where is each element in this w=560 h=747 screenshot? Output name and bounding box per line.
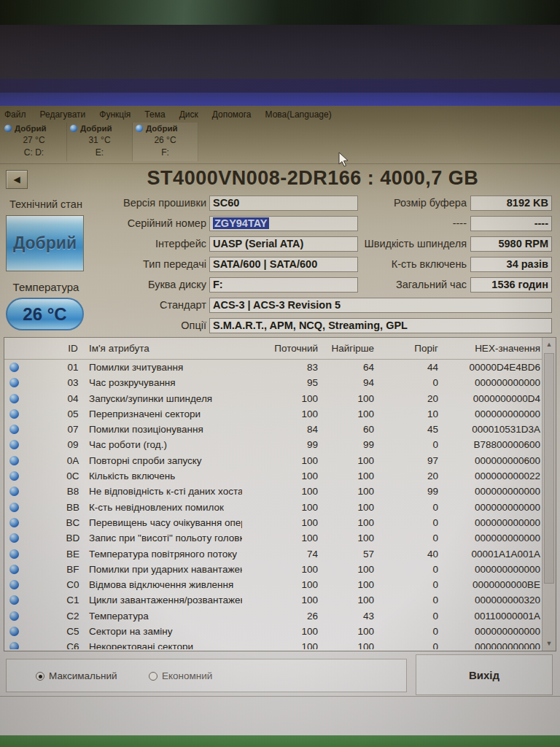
menu-item[interactable]: Мова(Language) (265, 108, 332, 121)
radio-max-performance[interactable] (36, 672, 44, 681)
info-value-box[interactable]: F: (209, 277, 358, 293)
col-header-hex[interactable]: HEX-значення (437, 343, 540, 354)
menu-item[interactable]: Тема (144, 108, 165, 121)
radio-economy-label[interactable]: Економний (162, 670, 212, 681)
col-header-worst[interactable]: Найгірше (301, 343, 374, 354)
cell-threshold: 44 (365, 362, 438, 373)
table-row[interactable]: BC Перевищень часу очікування операції 1… (4, 515, 542, 530)
radio-max-label[interactable]: Максимальний (49, 670, 117, 681)
cell-hex: 000000000000 (437, 486, 540, 497)
cell-id: C1 (60, 595, 86, 605)
menu-item[interactable]: Файл (4, 108, 26, 121)
cell-hex: 000010531D3A (437, 424, 540, 435)
cell-attribute-name: Запуски/зупинки шпинделя (89, 393, 212, 404)
cell-hex: 00001A1A001A (437, 549, 540, 560)
info-value-box[interactable]: ZGY94TAY (209, 216, 358, 231)
table-row[interactable]: BF Помилки при ударних навантаженнях 100… (4, 562, 542, 577)
cell-worst: 100 (301, 533, 374, 543)
info-value-box[interactable]: 1536 годин (470, 277, 552, 293)
table-scrollbar[interactable]: ▲ ▼ (542, 338, 556, 651)
cell-worst: 57 (301, 549, 374, 560)
info-value-box[interactable]: SATA/600 | SATA/600 (209, 257, 358, 272)
table-row[interactable]: C6 Некоректовані сектори 100 100 0 00000… (4, 639, 542, 649)
info-value: 34 разів (507, 258, 548, 270)
desktop-green-strip (0, 735, 560, 747)
table-row[interactable]: C5 Сектори на заміну 100 100 0 000000000… (4, 624, 542, 639)
table-row[interactable]: 0C Кількість включень 100 100 20 0000000… (4, 468, 542, 484)
cell-attribute-name: Не відповідність к-сті даних хоста та HD… (89, 486, 242, 497)
standard-value-box[interactable]: ACS-3 | ACS-3 Revision 5 (209, 298, 552, 313)
info-value-box[interactable]: UASP (Serial ATA) (209, 236, 358, 252)
health-status-dot-icon (70, 125, 77, 132)
cell-worst: 43 (301, 611, 374, 622)
menu-item[interactable]: Функція (99, 108, 131, 121)
table-row[interactable]: C2 Температура 26 43 0 00110000001A (4, 608, 542, 624)
table-row[interactable]: 04 Запуски/зупинки шпинделя 100 100 20 0… (4, 391, 542, 406)
menu-bar: Файл Редагувати Функція Тема Диск Допомо… (4, 108, 560, 121)
cell-threshold: 45 (365, 424, 438, 435)
features-value-box[interactable]: S.M.A.R.T., APM, NCQ, Streaming, GPL (209, 318, 552, 333)
attribute-ok-dot-icon (9, 440, 19, 449)
cell-id: 04 (60, 393, 86, 404)
menu-item[interactable]: Редагувати (40, 108, 86, 121)
col-header-attribute[interactable]: Ім'я атрибута (89, 343, 149, 354)
cell-hex: 0000000000BE (437, 579, 540, 590)
cell-attribute-name: Перевищень часу очікування операції (89, 517, 242, 528)
table-row[interactable]: BE Температура повітряного потоку 74 57 … (4, 546, 542, 562)
cell-hex: 000000000000 (437, 626, 540, 637)
attribute-ok-dot-icon (9, 533, 19, 543)
table-row[interactable]: 07 Помилки позиціонування 84 60 45 00001… (4, 422, 542, 437)
info-value: SC60 (213, 197, 239, 209)
cell-attribute-name: Цикли завантаження/розвантаження (89, 595, 242, 605)
info-value-box[interactable]: 5980 RPM (470, 236, 552, 252)
table-row[interactable]: C1 Цикли завантаження/розвантаження 100 … (4, 592, 542, 608)
col-header-threshold[interactable]: Поріг (365, 343, 438, 354)
table-row[interactable]: C0 Відмова відключення живлення 100 100 … (4, 577, 542, 592)
drive-tab[interactable]: Добрий 26 °C F: (133, 123, 198, 161)
table-row[interactable]: 0A Повторні спроби запуску 100 100 97 00… (4, 453, 542, 468)
health-status-button[interactable]: Добрий (6, 215, 84, 271)
tab-drive-letters: C: D: (1, 147, 66, 158)
radio-economy[interactable] (149, 672, 158, 681)
menu-item[interactable]: Диск (179, 108, 198, 121)
table-row[interactable]: 03 Час розкручування 95 94 0 00000000000… (4, 375, 542, 390)
drive-tab[interactable]: Добрий 27 °C C: D: (1, 123, 67, 161)
info-value-box[interactable]: ---- (470, 216, 552, 231)
previous-drive-button[interactable]: ◀ (6, 170, 28, 189)
table-row[interactable]: BD Запис при "висоті" польоту головки ви… (4, 530, 542, 546)
scroll-down-icon[interactable]: ▼ (542, 637, 556, 651)
cell-id: BF (60, 564, 86, 575)
crystaldiskinfo-window: Файл Редагувати Функція Тема Диск Допомо… (0, 106, 560, 735)
table-row[interactable]: 05 Перепризначені сектори 100 100 10 000… (4, 406, 542, 422)
info-value-box[interactable]: SC60 (209, 196, 358, 211)
table-row[interactable]: BB К-сть невідновлених помилок 100 100 0… (4, 500, 542, 515)
scrollbar-thumb[interactable] (544, 353, 554, 584)
exit-button-label: Вихід (469, 669, 499, 681)
cell-hex: 000000000000 (437, 533, 540, 543)
attribute-ok-dot-icon (9, 409, 19, 419)
drive-tab[interactable]: Добрий 31 °C E: (67, 123, 133, 161)
temperature-button[interactable]: 26 °C (6, 298, 84, 330)
table-row[interactable]: B8 Не відповідність к-сті даних хоста та… (4, 484, 542, 499)
cell-id: C2 (60, 611, 86, 622)
cell-worst: 100 (301, 595, 374, 605)
info-value-box[interactable]: 34 разів (470, 257, 552, 272)
info-value-box[interactable]: 8192 KB (470, 196, 552, 211)
smart-attributes-table: ID Ім'я атрибута Поточний Найгірше Поріг… (4, 337, 556, 651)
info-label: Серійний номер (95, 216, 206, 231)
table-row[interactable]: 01 Помилки зчитування 83 64 44 00000D4E4… (4, 360, 542, 375)
table-row[interactable]: 09 Час роботи (год.) 99 99 0 B7880000060… (4, 437, 542, 452)
left-arrow-icon: ◀ (13, 174, 20, 185)
menu-item[interactable]: Допомога (212, 108, 252, 121)
health-status-dot-icon (4, 125, 12, 132)
cell-hex: 0000000000D4 (437, 393, 540, 404)
exit-button[interactable]: Вихід (416, 654, 553, 695)
col-header-id[interactable]: ID (60, 343, 86, 354)
drive-model-title: ST4000VN008-2DR166 : 4000,7 GB (66, 167, 560, 190)
info-right-values: 8192 KB ---- 5980 RPM 34 разів 1536 годи… (470, 196, 552, 293)
info-value: ---- (534, 217, 548, 229)
cell-id: C0 (60, 579, 86, 590)
cell-threshold: 20 (365, 393, 438, 404)
cell-threshold: 0 (365, 377, 438, 388)
scroll-up-icon[interactable]: ▲ (542, 338, 556, 352)
